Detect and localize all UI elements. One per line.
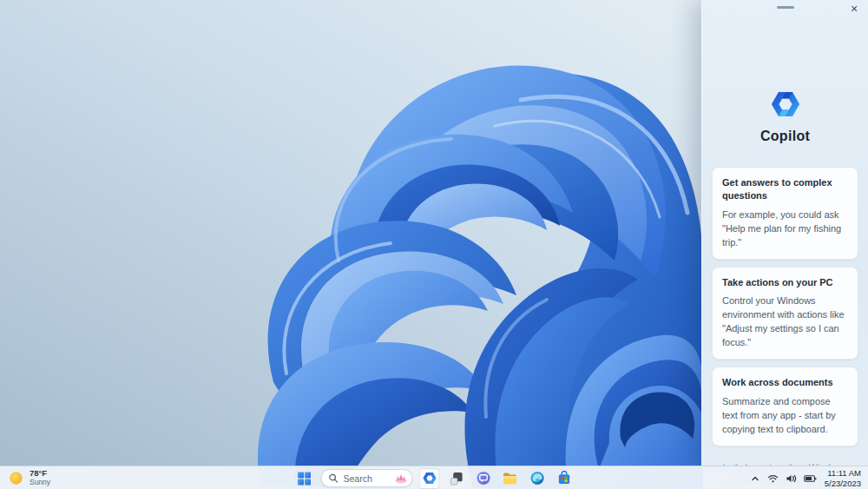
search-box[interactable] — [321, 469, 413, 487]
card-title: Get answers to complex questions — [722, 176, 848, 202]
copilot-panel-topbar: ✕ — [702, 0, 868, 16]
card-body: Summarize and compose text from any app … — [722, 395, 848, 437]
weather-widget[interactable]: 78°F Sunny — [9, 466, 50, 489]
clock[interactable]: 11:11 AM 5/23/2023 — [825, 468, 861, 488]
desktop-wallpaper — [0, 0, 703, 489]
weather-condition: Sunny — [30, 479, 50, 487]
tray-icons — [750, 473, 817, 484]
copilot-panel: ✕ Copilot Get answers to complex questio… — [701, 0, 868, 466]
close-icon: ✕ — [850, 3, 858, 14]
weather-text: 78°F Sunny — [30, 469, 50, 487]
card-title: Work across documents — [722, 376, 848, 389]
edge-icon — [529, 471, 544, 486]
taskbar-app-store[interactable] — [554, 468, 575, 489]
tray-date: 5/23/2023 — [825, 479, 861, 488]
suggestion-card-questions[interactable]: Get answers to complex questions For exa… — [712, 167, 858, 260]
taskbar-app-edge[interactable] — [527, 468, 548, 489]
taskbar-app-task-view[interactable] — [446, 468, 467, 489]
copilot-icon — [422, 471, 437, 486]
task-view-icon — [449, 471, 464, 486]
search-icon — [329, 473, 339, 483]
taskbar-app-copilot[interactable] — [419, 468, 440, 489]
system-tray: 11:11 AM 5/23/2023 — [750, 466, 861, 489]
taskbar-app-chat[interactable] — [473, 468, 494, 489]
start-button[interactable] — [294, 468, 315, 489]
card-title: Take actions on your PC — [722, 276, 848, 289]
wifi-icon[interactable] — [767, 473, 779, 484]
windows-logo-icon — [298, 472, 312, 486]
suggestion-card-actions[interactable]: Take actions on your PC Control your Win… — [712, 267, 858, 360]
suggestion-cards: Get answers to complex questions For exa… — [702, 167, 868, 446]
battery-icon[interactable] — [804, 473, 817, 484]
copilot-branding: Copilot — [702, 89, 868, 144]
bing-flower-icon — [395, 473, 408, 484]
sun-icon — [9, 471, 23, 486]
file-explorer-icon — [503, 471, 518, 486]
taskbar-center — [294, 466, 575, 489]
taskbar-app-file-explorer[interactable] — [500, 468, 521, 489]
suggestion-card-documents[interactable]: Work across documents Summarize and comp… — [712, 367, 858, 446]
close-button[interactable]: ✕ — [847, 2, 861, 16]
drag-handle[interactable] — [777, 6, 794, 9]
bloom-wallpaper-graphic — [0, 0, 703, 489]
taskbar: 78°F Sunny — [0, 466, 868, 489]
desktop: ✕ Copilot Get answers to complex questio… — [0, 0, 868, 489]
tray-time: 11:11 AM — [827, 468, 861, 478]
panel-title: Copilot — [760, 129, 810, 144]
search-input[interactable] — [344, 473, 390, 484]
card-body: For example, you could ask "Help me plan… — [722, 208, 848, 250]
chat-icon — [476, 471, 490, 486]
store-icon — [556, 471, 571, 486]
chevron-up-icon[interactable] — [750, 473, 760, 484]
card-body: Control your Windows environment with ac… — [722, 294, 848, 350]
volume-icon[interactable] — [786, 473, 797, 484]
copilot-logo-icon — [770, 89, 801, 120]
